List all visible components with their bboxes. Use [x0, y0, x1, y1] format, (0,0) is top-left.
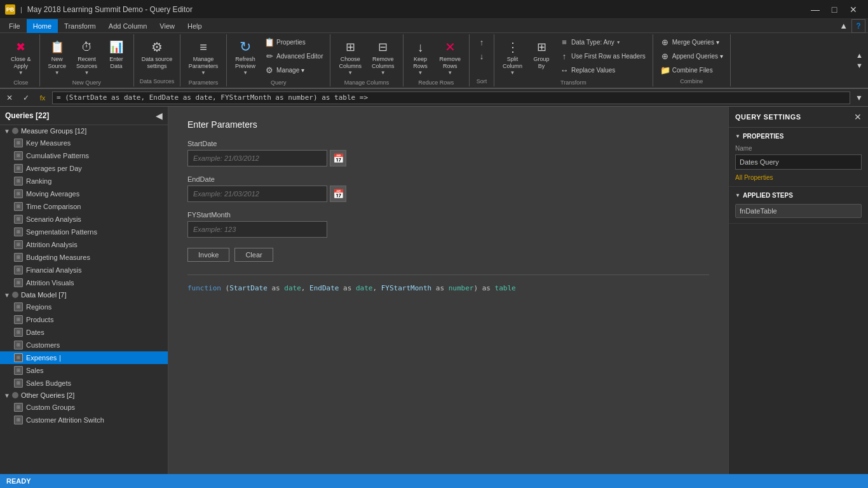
minimize-button[interactable]: —	[806, 3, 825, 17]
formula-input[interactable]	[52, 92, 850, 104]
choose-columns-button[interactable]: ⊞ ChooseColumns ▼	[334, 36, 366, 78]
merge-queries-button[interactable]: ⊕ Merge Queries ▾	[657, 36, 726, 49]
ribbon-group-combine-items: ⊕ Merge Queries ▾ ⊕ Append Queries ▾ 📁 C…	[657, 36, 726, 77]
query-item-ranking[interactable]: ⊞ Ranking	[0, 175, 168, 187]
fy-start-month-input[interactable]	[187, 221, 327, 238]
query-item-expenses[interactable]: ⊞ Expenses |	[0, 351, 168, 364]
query-item-financial-analysis[interactable]: ⊞ Financial Analysis	[0, 264, 168, 276]
ribbon-group-manage-columns: ⊞ ChooseColumns ▼ ⊟ RemoveColumns ▼ Mana…	[330, 34, 403, 86]
formula-confirm-button[interactable]: ✓	[19, 91, 33, 105]
query-item-attrition-visuals[interactable]: ⊞ Attrition Visuals	[0, 276, 168, 289]
ribbon-scroll-down[interactable]: ▼	[855, 60, 864, 71]
query-item-customer-attrition-switch[interactable]: ⊞ Customer Attrition Switch	[0, 414, 168, 426]
ribbon-group-new-query-items: 📋 NewSource ▼ ⏱ RecentSources ▼ 📊 EnterD…	[44, 36, 130, 78]
help-button[interactable]: ?	[851, 19, 865, 33]
new-source-button[interactable]: 📋 NewSource ▼	[44, 36, 71, 78]
query-icon-dates: ⊞	[14, 328, 23, 337]
use-first-row-button[interactable]: ↑ Use First Row as Headers	[556, 50, 649, 63]
content-inner: Enter Parameters StartDate 📅 EndDate 📅	[168, 107, 728, 474]
ribbon-content: ✖ Close &Apply ▼ Close 📋 NewSource ▼ ⏱ R…	[0, 33, 868, 88]
close-apply-button[interactable]: ✖ Close &Apply ▼	[6, 36, 36, 78]
advanced-editor-button[interactable]: ✏ Advanced Editor	[261, 50, 326, 63]
recent-sources-button[interactable]: ⏱ RecentSources ▼	[72, 36, 102, 78]
maximize-button[interactable]: □	[825, 3, 844, 17]
properties-section-title: ▼ PROPERTIES	[735, 133, 862, 140]
start-date-calendar-button[interactable]: 📅	[330, 150, 346, 166]
invoke-button[interactable]: Invoke	[187, 248, 229, 262]
enter-data-button[interactable]: 📊 EnterData	[103, 36, 130, 72]
query-icon-scenario-analysis: ⊞	[14, 215, 23, 224]
query-item-custom-groups[interactable]: ⊞ Custom Groups	[0, 401, 168, 414]
properties-button[interactable]: 📋 Properties	[261, 36, 326, 49]
menu-transform[interactable]: Transform	[58, 19, 102, 33]
clear-button[interactable]: Clear	[234, 248, 273, 262]
ribbon-collapse-button[interactable]: ▲	[836, 21, 851, 30]
query-item-attrition-analysis[interactable]: ⊞ Attrition Analysis	[0, 238, 168, 251]
ribbon-scroll-buttons: ▲ ▼	[853, 34, 865, 86]
menu-help[interactable]: Help	[181, 19, 208, 33]
query-item-scenario-analysis[interactable]: ⊞ Scenario Analysis	[0, 213, 168, 226]
query-item-budgeting-measures[interactable]: ⊞ Budgeting Measures	[0, 251, 168, 264]
split-column-button[interactable]: ⋮ SplitColumn ▼	[498, 36, 527, 78]
query-item-regions[interactable]: ⊞ Regions	[0, 301, 168, 313]
query-item-key-measures[interactable]: ⊞ Key Measures	[0, 137, 168, 149]
query-icon-key-measures: ⊞	[14, 139, 23, 147]
data-model-arrow: ▼	[4, 292, 10, 299]
query-name-input[interactable]	[735, 154, 862, 170]
ribbon-group-parameters-items: ≡ ManageParameters ▼	[184, 36, 222, 78]
formula-expand-button[interactable]: ▼	[853, 93, 865, 102]
query-item-time-comparison[interactable]: ⊞ Time Comparison	[0, 200, 168, 213]
ribbon-scroll-up[interactable]: ▲	[855, 50, 864, 60]
query-item-moving-averages[interactable]: ⊞ Moving Averages	[0, 187, 168, 200]
ribbon-group-transform-items: ⋮ SplitColumn ▼ ⊞ GroupBy ≡ Data Type: A…	[498, 36, 649, 78]
query-item-sales[interactable]: ⊞ Sales	[0, 364, 168, 377]
menu-add-column[interactable]: Add Column	[102, 19, 154, 33]
group-data-model[interactable]: ▼ Data Model [7]	[0, 289, 168, 301]
choose-columns-arrow: ▼	[348, 70, 353, 76]
formula-cancel-button[interactable]: ✕	[3, 91, 17, 105]
all-properties-link[interactable]: All Properties	[735, 174, 773, 181]
start-date-input[interactable]	[187, 150, 327, 166]
query-item-cumulative-patterns[interactable]: ⊞ Cumulative Patterns	[0, 149, 168, 162]
close-button[interactable]: ✕	[844, 3, 863, 17]
query-item-averages-per-day[interactable]: ⊞ Averages per Day	[0, 162, 168, 175]
group-by-button[interactable]: ⊞ GroupBy	[528, 36, 555, 72]
combine-files-button[interactable]: 📁 Combine Files	[657, 64, 726, 77]
group-other-queries[interactable]: ▼ Other Queries [2]	[0, 390, 168, 401]
menu-file[interactable]: File	[3, 19, 27, 33]
data-source-settings-icon: ⚙	[148, 38, 166, 56]
remove-columns-button[interactable]: ⊟ RemoveColumns ▼	[367, 36, 399, 78]
data-type-button[interactable]: ≡ Data Type: Any ▼	[556, 36, 649, 49]
calendar-icon-end: 📅	[333, 189, 344, 199]
merge-queries-icon: ⊕	[660, 37, 670, 47]
menu-home[interactable]: Home	[27, 19, 58, 33]
manage-parameters-button[interactable]: ≡ ManageParameters ▼	[184, 36, 222, 78]
sidebar-collapse-button[interactable]: ◀	[156, 111, 163, 121]
query-item-sales-budgets[interactable]: ⊞ Sales Budgets	[0, 377, 168, 390]
end-date-input[interactable]	[187, 186, 327, 202]
group-measure-groups[interactable]: ▼ Measure Groups [12]	[0, 125, 168, 137]
query-settings-close-button[interactable]: ✕	[854, 112, 862, 122]
sort-desc-button[interactable]: ↓	[473, 50, 490, 63]
refresh-preview-button[interactable]: ↻ RefreshPreview ▼	[231, 36, 260, 78]
query-item-products[interactable]: ⊞ Products	[0, 313, 168, 326]
query-item-customers[interactable]: ⊞ Customers	[0, 339, 168, 351]
data-source-settings-button[interactable]: ⚙ Data sourcesettings	[138, 36, 176, 72]
end-date-calendar-button[interactable]: 📅	[330, 186, 346, 202]
formula-fx-button[interactable]: fx	[36, 91, 50, 105]
query-item-dates[interactable]: ⊞ Dates	[0, 326, 168, 339]
close-group-label: Close	[6, 78, 36, 86]
keep-rows-button[interactable]: ↓ KeepRows ▼	[407, 36, 434, 78]
replace-values-button[interactable]: ↔ Replace Values	[556, 64, 649, 77]
applied-step-label: fnDateTable	[740, 207, 857, 215]
append-queries-button[interactable]: ⊕ Append Queries ▾	[657, 50, 726, 63]
sort-asc-button[interactable]: ↑	[473, 36, 490, 49]
refresh-preview-label: RefreshPreview	[235, 56, 255, 70]
applied-step-fn-date-table[interactable]: fnDateTable	[735, 204, 862, 218]
title-bar: PB | May 2018 Learning Summit Demo - Que…	[0, 0, 868, 19]
menu-view[interactable]: View	[153, 19, 181, 33]
query-item-segmentation-patterns[interactable]: ⊞ Segmentation Patterns	[0, 226, 168, 238]
sidebar-scroll[interactable]: ▼ Measure Groups [12] ⊞ Key Measures ⊞ C…	[0, 125, 168, 474]
remove-rows-button[interactable]: ✕ RemoveRows ▼	[435, 36, 466, 78]
manage-query-button[interactable]: ⚙ Manage ▾	[261, 64, 326, 77]
